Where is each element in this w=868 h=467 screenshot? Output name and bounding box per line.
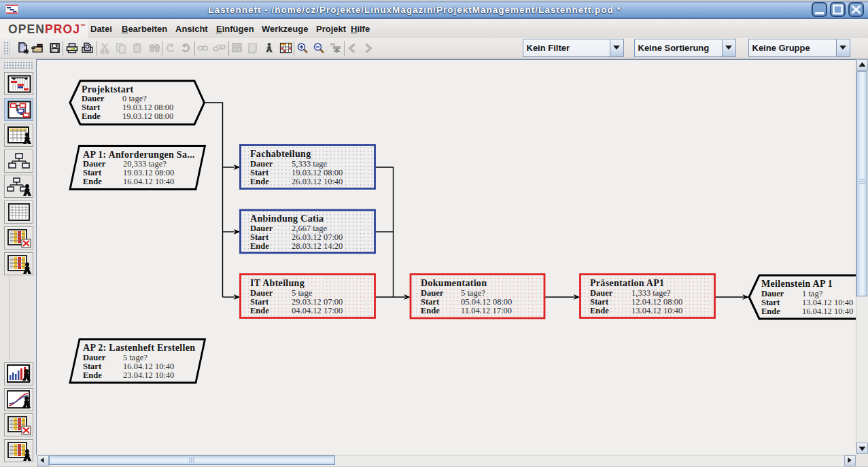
svg-text:Start: Start: [250, 168, 269, 177]
svg-text:Dauer: Dauer: [250, 159, 273, 169]
svg-text:Dauer: Dauer: [590, 288, 613, 298]
svg-text:IT Abteilung: IT Abteilung: [250, 278, 305, 288]
svg-text:11.04.12 17:00: 11.04.12 17:00: [461, 306, 512, 315]
svg-text:Ende: Ende: [250, 177, 269, 186]
svg-text:Fachabteilung: Fachabteilung: [250, 149, 311, 159]
svg-text:Präsentation AP1: Präsentation AP1: [590, 278, 664, 288]
svg-text:16.04.12 10:40: 16.04.12 10:40: [123, 177, 174, 186]
svg-text:Start: Start: [250, 232, 269, 242]
svg-text:5 tage?: 5 tage?: [461, 288, 485, 298]
svg-text:Projektstart: Projektstart: [82, 84, 133, 94]
svg-text:5 tage: 5 tage: [292, 288, 313, 298]
svg-text:19.03.12 08:00: 19.03.12 08:00: [122, 111, 173, 121]
svg-text:Start: Start: [83, 362, 102, 371]
svg-text:26.03.12 10:40: 26.03.12 10:40: [292, 177, 343, 186]
svg-text:16.04.12 10:40: 16.04.12 10:40: [802, 307, 853, 316]
svg-text:Ende: Ende: [83, 370, 102, 380]
svg-text:12.04.12 08:00: 12.04.12 08:00: [631, 297, 682, 307]
svg-text:1,333 tage?: 1,333 tage?: [631, 288, 671, 298]
svg-text:1 tag?: 1 tag?: [802, 289, 823, 298]
svg-text:Dokumentation: Dokumentation: [421, 278, 487, 288]
svg-text:Ende: Ende: [250, 306, 269, 315]
svg-text:Ende: Ende: [82, 111, 101, 121]
svg-text:Meilenstein AP 1: Meilenstein AP 1: [761, 279, 833, 289]
svg-text:2,667 tage: 2,667 tage: [292, 224, 328, 233]
svg-text:29.03.12 07:00: 29.03.12 07:00: [292, 297, 343, 307]
svg-text:5 tage?: 5 tage?: [123, 353, 147, 362]
svg-text:5,333 tage: 5,333 tage: [292, 159, 328, 169]
svg-text:19.03.12 08:00: 19.03.12 08:00: [122, 103, 173, 112]
svg-text:0 tage?: 0 tage?: [122, 94, 147, 103]
svg-text:Ende: Ende: [421, 306, 440, 315]
svg-text:Start: Start: [421, 297, 440, 307]
svg-text:Dauer: Dauer: [82, 94, 105, 103]
svg-text:Start: Start: [83, 168, 102, 177]
svg-text:Dauer: Dauer: [761, 289, 784, 298]
svg-text:Anbindung Catia: Anbindung Catia: [250, 213, 324, 224]
svg-text:13.04.12 10:40: 13.04.12 10:40: [631, 306, 682, 315]
svg-text:19.03.12 08:00: 19.03.12 08:00: [292, 168, 343, 177]
svg-text:Ende: Ende: [250, 241, 269, 251]
svg-text:AP 2: Lastenheft Erstellen: AP 2: Lastenheft Erstellen: [83, 343, 195, 353]
svg-text:28.03.12 14:20: 28.03.12 14:20: [292, 241, 343, 251]
svg-text:20,333 tage?: 20,333 tage?: [123, 159, 167, 169]
svg-text:05.04.12 08:00: 05.04.12 08:00: [461, 297, 512, 307]
svg-text:Start: Start: [82, 103, 101, 112]
svg-text:Ende: Ende: [761, 307, 780, 316]
svg-text:19.03.12 08:00: 19.03.12 08:00: [123, 168, 174, 177]
svg-text:04.04.12 17:00: 04.04.12 17:00: [292, 306, 343, 315]
svg-text:23.04.12 10:40: 23.04.12 10:40: [123, 370, 174, 380]
svg-text:Start: Start: [761, 298, 780, 307]
svg-text:16.04.12 10:40: 16.04.12 10:40: [123, 362, 174, 371]
svg-text:Dauer: Dauer: [83, 159, 106, 169]
svg-text:Ende: Ende: [83, 177, 102, 186]
svg-text:26.03.12 07:00: 26.03.12 07:00: [292, 232, 343, 242]
svg-text:AP 1: Anforderungen Sa...: AP 1: Anforderungen Sa...: [83, 150, 195, 160]
svg-text:Start: Start: [590, 297, 609, 307]
svg-text:Ende: Ende: [590, 306, 609, 315]
svg-text:Dauer: Dauer: [250, 224, 273, 233]
svg-text:Dauer: Dauer: [250, 288, 273, 298]
svg-text:Start: Start: [250, 297, 269, 307]
svg-text:Dauer: Dauer: [421, 288, 444, 298]
svg-text:Dauer: Dauer: [83, 353, 106, 362]
svg-text:13.04.12 10:40: 13.04.12 10:40: [802, 298, 853, 307]
